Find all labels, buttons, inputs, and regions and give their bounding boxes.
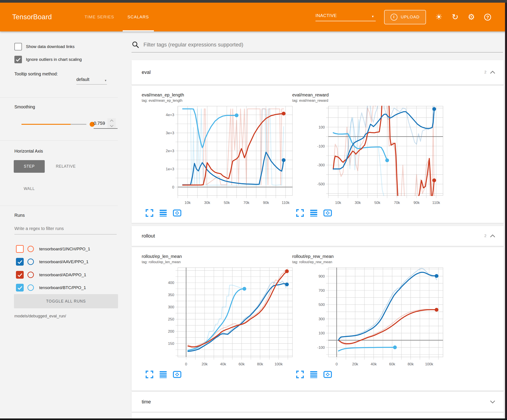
chart-card-rollout-ep-rew-mean: rollout/ep_rew_mean tag: rollout/ep_rew_… [292, 254, 443, 391]
stepper-up-icon[interactable] [110, 119, 113, 123]
show-download-links-row[interactable]: Show data download links [14, 43, 75, 50]
expand-chart-icon[interactable] [295, 208, 305, 218]
axis-relative-button[interactable]: RELATIVE [50, 160, 81, 173]
toggle-all-runs-button[interactable]: TOGGLE ALL RUNS [14, 294, 118, 308]
show-download-links-label: Show data download links [26, 44, 75, 49]
tensorboard-app: TensorBoard TIME SERIES SCALARS INACTIVE… [0, 0, 507, 420]
toggle-y-axis-icon[interactable] [158, 369, 168, 379]
chart-rollout-ep-rew-mean[interactable]: -100100300500700900020k40k60k80k100k [309, 264, 446, 368]
brightness-icon[interactable]: ☀ [435, 13, 442, 21]
expand-chart-icon[interactable] [144, 208, 155, 218]
tooltip-sorting-dropdown[interactable]: default ▼ [76, 77, 107, 84]
tab-time-series[interactable]: TIME SERIES [78, 3, 121, 31]
run-checkbox[interactable] [16, 284, 24, 291]
chevron-down-icon: ▼ [372, 15, 374, 18]
run-label: tensorboard/1INCH/PPO_1 [39, 247, 90, 251]
axis-wall-button[interactable]: WALL [16, 184, 42, 194]
show-download-links-checkbox[interactable] [14, 43, 22, 50]
next-section-card-partial [132, 413, 504, 419]
fit-domain-icon[interactable] [172, 208, 182, 218]
info-icon: i [391, 14, 397, 21]
svg-text:40k: 40k [371, 362, 377, 366]
chart-tag: tag: rollout/ep_rew_mean [292, 260, 443, 264]
divider [0, 140, 118, 141]
section-name: time [142, 399, 151, 405]
chart-title: eval/mean_ep_length [142, 92, 292, 97]
svg-text:2e+3: 2e+3 [166, 149, 174, 153]
svg-text:90k: 90k [263, 201, 269, 205]
run-checkbox[interactable] [16, 271, 24, 279]
section-header-rollout[interactable]: rollout 2 [132, 226, 504, 246]
tab-scalars[interactable]: SCALARS [121, 3, 156, 31]
chart-tag: tag: rollout/ep_len_mean [142, 260, 292, 264]
status-dropdown[interactable]: INACTIVE ▼ [316, 13, 376, 21]
svg-text:-300: -300 [317, 163, 325, 167]
checkmark-icon [17, 273, 22, 277]
search-icon [132, 41, 140, 49]
run-row-ada[interactable]: tensorboard/ADA/PPO_1 [16, 271, 86, 279]
runs-filter-input[interactable] [14, 226, 117, 234]
expand-chart-icon[interactable] [144, 369, 155, 379]
smoothing-value-input[interactable] [94, 121, 107, 126]
run-label: tensorboard/ADA/PPO_1 [39, 272, 86, 277]
svg-text:100: 100 [319, 331, 325, 335]
section-header-eval[interactable]: eval 2 [132, 60, 504, 84]
ignore-outliers-checkbox[interactable] [14, 56, 22, 63]
run-row-btc[interactable]: tensorboard/BTC/PPO_1 [16, 284, 86, 291]
axis-step-button[interactable]: STEP [14, 160, 45, 173]
chevron-up-icon[interactable] [490, 234, 496, 238]
run-color-swatch [28, 259, 34, 265]
section-body-rollout: rollout/ep_len_mean tag: rollout/ep_len_… [132, 247, 504, 391]
run-row-1inch[interactable]: tensorboard/1INCH/PPO_1 [16, 245, 90, 253]
svg-text:70k: 70k [243, 201, 249, 205]
svg-text:30k: 30k [204, 201, 210, 205]
section-header-time[interactable]: time [132, 392, 504, 412]
checkmark-icon [17, 260, 22, 264]
settings-sidebar: Show data download links Ignore outliers… [0, 31, 120, 419]
svg-text:10k: 10k [335, 201, 341, 205]
tag-filter-input[interactable] [143, 41, 503, 48]
run-row-aave[interactable]: tensorboard/AAVE/PPO_1 [16, 258, 89, 266]
header-actions: INACTIVE ▼ i UPLOAD ☀ ↻ ⚙ ? [316, 10, 491, 24]
run-checkbox[interactable] [16, 245, 24, 253]
chart-eval-mean-reward[interactable]: 100-100-300-50010k30k50k70k90k110k [309, 103, 446, 207]
tooltip-sorting-label: Tooltip sorting method: [14, 71, 62, 77]
refresh-icon[interactable]: ↻ [452, 13, 458, 21]
chart-rollout-ep-len-mean[interactable]: 150200250300350400020k40k60k80k100k [158, 264, 296, 368]
svg-text:0: 0 [185, 362, 187, 366]
slider-track-rest [71, 124, 86, 125]
stepper-down-icon[interactable] [110, 124, 113, 127]
svg-text:0: 0 [172, 185, 174, 189]
chart-card-rollout-ep-len-mean: rollout/ep_len_mean tag: rollout/ep_len_… [142, 254, 292, 391]
svg-text:400: 400 [168, 281, 174, 285]
smoothing-stepper[interactable] [107, 118, 116, 128]
svg-text:700: 700 [319, 289, 325, 293]
run-checkbox[interactable] [16, 258, 24, 266]
chevron-up-icon[interactable] [490, 70, 496, 74]
svg-text:80k: 80k [408, 362, 414, 366]
window-top-strip [0, 0, 507, 3]
smoothing-slider[interactable] [21, 122, 86, 127]
tag-filter-row [132, 41, 503, 52]
upload-button[interactable]: i UPLOAD [384, 10, 426, 24]
toggle-y-axis-icon[interactable] [309, 369, 319, 379]
ignore-outliers-row[interactable]: Ignore outliers in chart scaling [14, 56, 82, 63]
svg-text:40k: 40k [220, 362, 226, 366]
svg-text:4e+3: 4e+3 [166, 113, 174, 117]
fit-domain-icon[interactable] [172, 369, 182, 379]
svg-text:150: 150 [168, 342, 174, 346]
svg-text:50k: 50k [224, 201, 230, 205]
expand-chart-icon[interactable] [295, 369, 305, 379]
checkmark-icon [16, 57, 21, 62]
chart-eval-mean-ep-length[interactable]: 01e+32e+33e+34e+310k30k50k70k90k110k [158, 103, 296, 207]
fit-domain-icon[interactable] [322, 369, 332, 379]
runs-root-path: models/debugged_eval_run/ [14, 314, 66, 318]
help-icon[interactable]: ? [484, 14, 491, 21]
horizontal-axis-label: Horizontal Axis [14, 149, 43, 154]
main-content: eval 2 eval/mean_ep_length tag: eval/mea… [120, 31, 505, 419]
fit-domain-icon[interactable] [322, 208, 332, 218]
settings-gear-icon[interactable]: ⚙ [468, 13, 475, 21]
chevron-down-icon[interactable] [490, 400, 496, 404]
toggle-y-axis-icon[interactable] [158, 208, 168, 218]
toggle-y-axis-icon[interactable] [309, 208, 319, 218]
